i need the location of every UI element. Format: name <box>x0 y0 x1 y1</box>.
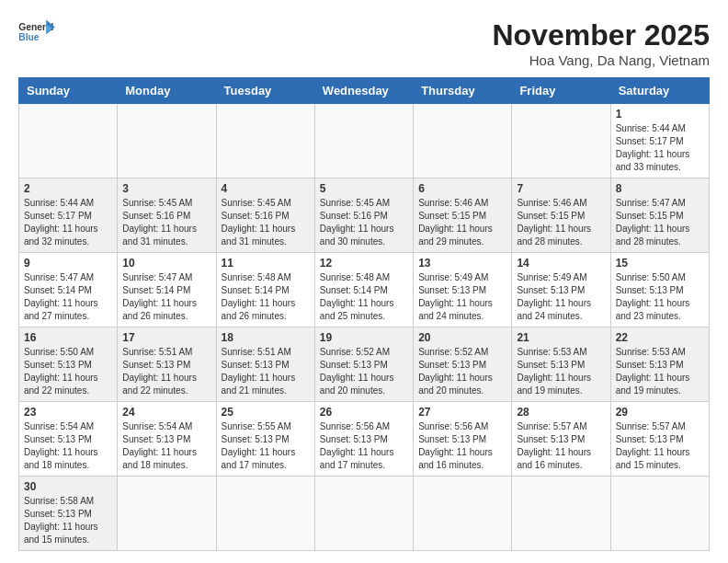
day-info: Sunrise: 5:56 AM Sunset: 5:13 PM Dayligh… <box>320 420 408 472</box>
calendar-day-13: 13Sunrise: 5:49 AM Sunset: 5:13 PM Dayli… <box>414 253 512 327</box>
calendar-empty-cell <box>512 477 610 551</box>
calendar-day-17: 17Sunrise: 5:51 AM Sunset: 5:13 PM Dayli… <box>118 327 216 402</box>
calendar-day-18: 18Sunrise: 5:51 AM Sunset: 5:13 PM Dayli… <box>216 327 314 402</box>
day-info: Sunrise: 5:54 AM Sunset: 5:13 PM Dayligh… <box>24 420 112 472</box>
day-number: 7 <box>517 182 605 195</box>
day-info: Sunrise: 5:44 AM Sunset: 5:17 PM Dayligh… <box>24 197 112 248</box>
calendar-day-27: 27Sunrise: 5:56 AM Sunset: 5:13 PM Dayli… <box>414 402 512 477</box>
calendar-day-5: 5Sunrise: 5:45 AM Sunset: 5:16 PM Daylig… <box>314 178 413 253</box>
day-number: 1 <box>616 108 704 121</box>
day-info: Sunrise: 5:55 AM Sunset: 5:13 PM Dayligh… <box>222 420 310 472</box>
calendar-day-3: 3Sunrise: 5:45 AM Sunset: 5:16 PM Daylig… <box>118 178 216 253</box>
day-number: 23 <box>24 406 112 419</box>
calendar-day-29: 29Sunrise: 5:57 AM Sunset: 5:13 PM Dayli… <box>610 402 709 477</box>
calendar-day-25: 25Sunrise: 5:55 AM Sunset: 5:13 PM Dayli… <box>216 402 314 477</box>
day-number: 25 <box>222 406 310 419</box>
day-number: 28 <box>517 406 605 419</box>
day-number: 20 <box>418 331 506 344</box>
calendar-day-1: 1Sunrise: 5:44 AM Sunset: 5:17 PM Daylig… <box>610 104 709 178</box>
calendar-week-row: 2Sunrise: 5:44 AM Sunset: 5:17 PM Daylig… <box>19 178 710 253</box>
day-info: Sunrise: 5:45 AM Sunset: 5:16 PM Dayligh… <box>222 197 310 248</box>
calendar-day-21: 21Sunrise: 5:53 AM Sunset: 5:13 PM Dayli… <box>512 327 610 402</box>
day-info: Sunrise: 5:45 AM Sunset: 5:16 PM Dayligh… <box>320 197 408 248</box>
calendar-day-24: 24Sunrise: 5:54 AM Sunset: 5:13 PM Dayli… <box>118 402 216 477</box>
calendar-week-row: 9Sunrise: 5:47 AM Sunset: 5:14 PM Daylig… <box>19 253 710 327</box>
day-number: 18 <box>222 331 310 344</box>
calendar-day-26: 26Sunrise: 5:56 AM Sunset: 5:13 PM Dayli… <box>314 402 413 477</box>
calendar-day-15: 15Sunrise: 5:50 AM Sunset: 5:13 PM Dayli… <box>610 253 709 327</box>
day-info: Sunrise: 5:44 AM Sunset: 5:17 PM Dayligh… <box>616 122 704 174</box>
day-number: 3 <box>122 182 210 195</box>
day-info: Sunrise: 5:51 AM Sunset: 5:13 PM Dayligh… <box>222 346 310 397</box>
calendar-empty-cell <box>216 104 314 178</box>
svg-text:Blue: Blue <box>18 32 40 42</box>
logo: General Blue <box>18 18 55 46</box>
day-info: Sunrise: 5:54 AM Sunset: 5:13 PM Dayligh… <box>122 420 210 472</box>
day-info: Sunrise: 5:52 AM Sunset: 5:13 PM Dayligh… <box>418 346 506 397</box>
day-info: Sunrise: 5:53 AM Sunset: 5:13 PM Dayligh… <box>517 346 605 397</box>
calendar-day-8: 8Sunrise: 5:47 AM Sunset: 5:15 PM Daylig… <box>610 178 709 253</box>
day-info: Sunrise: 5:49 AM Sunset: 5:13 PM Dayligh… <box>418 271 506 323</box>
title-area: November 2025 Hoa Vang, Da Nang, Vietnam <box>492 18 710 68</box>
calendar-week-row: 16Sunrise: 5:50 AM Sunset: 5:13 PM Dayli… <box>19 327 710 402</box>
day-number: 4 <box>222 182 310 195</box>
calendar-day-11: 11Sunrise: 5:48 AM Sunset: 5:14 PM Dayli… <box>216 253 314 327</box>
day-number: 9 <box>24 257 112 270</box>
calendar-empty-cell <box>314 104 413 178</box>
calendar-empty-cell <box>414 477 512 551</box>
day-info: Sunrise: 5:53 AM Sunset: 5:13 PM Dayligh… <box>616 346 704 397</box>
day-info: Sunrise: 5:48 AM Sunset: 5:14 PM Dayligh… <box>320 271 408 323</box>
day-info: Sunrise: 5:50 AM Sunset: 5:13 PM Dayligh… <box>24 346 112 397</box>
day-number: 16 <box>24 331 112 344</box>
calendar-day-23: 23Sunrise: 5:54 AM Sunset: 5:13 PM Dayli… <box>19 402 118 477</box>
page-header: General Blue November 2025 Hoa Vang, Da … <box>18 18 710 68</box>
weekday-header-thursday: Thursday <box>414 78 512 104</box>
calendar-week-row: 30Sunrise: 5:58 AM Sunset: 5:13 PM Dayli… <box>19 477 710 551</box>
calendar-empty-cell <box>512 104 610 178</box>
calendar-week-row: 1Sunrise: 5:44 AM Sunset: 5:17 PM Daylig… <box>19 104 710 178</box>
calendar-day-6: 6Sunrise: 5:46 AM Sunset: 5:15 PM Daylig… <box>414 178 512 253</box>
calendar-day-2: 2Sunrise: 5:44 AM Sunset: 5:17 PM Daylig… <box>19 178 118 253</box>
calendar-day-20: 20Sunrise: 5:52 AM Sunset: 5:13 PM Dayli… <box>414 327 512 402</box>
calendar-empty-cell <box>19 104 118 178</box>
weekday-header-monday: Monday <box>118 78 216 104</box>
weekday-header-friday: Friday <box>512 78 610 104</box>
day-info: Sunrise: 5:46 AM Sunset: 5:15 PM Dayligh… <box>517 197 605 248</box>
day-number: 21 <box>517 331 605 344</box>
calendar-day-7: 7Sunrise: 5:46 AM Sunset: 5:15 PM Daylig… <box>512 178 610 253</box>
day-number: 17 <box>122 331 210 344</box>
day-number: 5 <box>320 182 408 195</box>
location-text: Hoa Vang, Da Nang, Vietnam <box>492 52 710 68</box>
day-number: 22 <box>616 331 704 344</box>
calendar-day-14: 14Sunrise: 5:49 AM Sunset: 5:13 PM Dayli… <box>512 253 610 327</box>
calendar-day-22: 22Sunrise: 5:53 AM Sunset: 5:13 PM Dayli… <box>610 327 709 402</box>
calendar-day-19: 19Sunrise: 5:52 AM Sunset: 5:13 PM Dayli… <box>314 327 413 402</box>
weekday-header-row: SundayMondayTuesdayWednesdayThursdayFrid… <box>19 78 710 104</box>
calendar-week-row: 23Sunrise: 5:54 AM Sunset: 5:13 PM Dayli… <box>19 402 710 477</box>
day-info: Sunrise: 5:48 AM Sunset: 5:14 PM Dayligh… <box>222 271 310 323</box>
day-info: Sunrise: 5:56 AM Sunset: 5:13 PM Dayligh… <box>418 420 506 472</box>
calendar-empty-cell <box>216 477 314 551</box>
day-number: 14 <box>517 257 605 270</box>
day-number: 24 <box>122 406 210 419</box>
day-number: 6 <box>418 182 506 195</box>
calendar-day-30: 30Sunrise: 5:58 AM Sunset: 5:13 PM Dayli… <box>19 477 118 551</box>
day-info: Sunrise: 5:47 AM Sunset: 5:15 PM Dayligh… <box>616 197 704 248</box>
weekday-header-tuesday: Tuesday <box>216 78 314 104</box>
day-number: 10 <box>122 257 210 270</box>
day-number: 30 <box>24 480 112 493</box>
day-info: Sunrise: 5:57 AM Sunset: 5:13 PM Dayligh… <box>517 420 605 472</box>
day-number: 12 <box>320 257 408 270</box>
calendar-day-9: 9Sunrise: 5:47 AM Sunset: 5:14 PM Daylig… <box>19 253 118 327</box>
day-number: 27 <box>418 406 506 419</box>
calendar-empty-cell <box>414 104 512 178</box>
calendar-empty-cell <box>314 477 413 551</box>
calendar-day-12: 12Sunrise: 5:48 AM Sunset: 5:14 PM Dayli… <box>314 253 413 327</box>
day-info: Sunrise: 5:49 AM Sunset: 5:13 PM Dayligh… <box>517 271 605 323</box>
day-info: Sunrise: 5:50 AM Sunset: 5:13 PM Dayligh… <box>616 271 704 323</box>
day-number: 26 <box>320 406 408 419</box>
day-info: Sunrise: 5:52 AM Sunset: 5:13 PM Dayligh… <box>320 346 408 397</box>
calendar-empty-cell <box>118 104 216 178</box>
weekday-header-sunday: Sunday <box>19 78 118 104</box>
day-number: 11 <box>222 257 310 270</box>
